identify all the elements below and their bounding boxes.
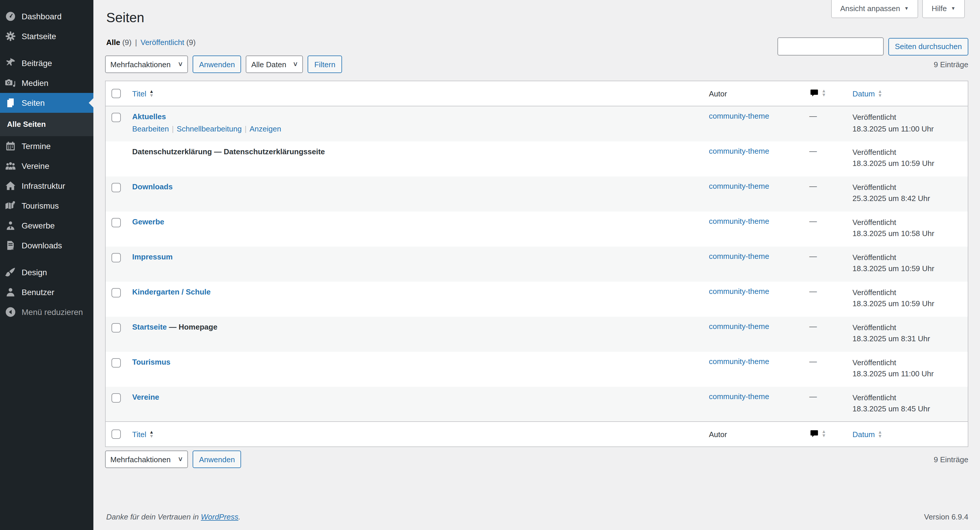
select-all-checkbox[interactable]: [111, 89, 121, 98]
sort-by-date-link[interactable]: Datum ▲▼: [853, 89, 882, 98]
sort-by-title-link[interactable]: Titel ▲▼: [132, 89, 154, 98]
publish-status: Veröffentlicht: [853, 218, 896, 227]
row-checkbox[interactable]: [111, 323, 121, 332]
filter-button[interactable]: Filtern: [308, 56, 342, 73]
page-title-link[interactable]: Kindergarten / Schule: [132, 287, 211, 296]
row-checkbox[interactable]: [111, 288, 121, 297]
sidebar-item-vereine[interactable]: Vereine: [0, 156, 93, 176]
apply-button[interactable]: Anwenden: [192, 450, 241, 468]
sidebar-item-benutzer[interactable]: Benutzer: [0, 282, 93, 302]
author-link[interactable]: community-theme: [709, 357, 769, 366]
table-row: Kindergarten / Schulecommunity-theme—Ver…: [105, 281, 968, 316]
date-filter-select[interactable]: Alle Daten: [246, 56, 303, 73]
sidebar-item-seiten[interactable]: Seiten: [0, 93, 93, 113]
apply-button[interactable]: Anwenden: [192, 56, 241, 73]
sidebar-item-downloads[interactable]: Downloads: [0, 235, 93, 255]
admin-footer: Danke für dein Vertrauen in WordPress. V…: [105, 507, 968, 530]
row-actions: Bearbeiten|Schnellbearbeitung|Anzeigen: [132, 125, 697, 133]
status-filter-veroffentlicht[interactable]: Veröffentlicht (9): [140, 38, 196, 47]
sort-by-comments-link[interactable]: ▲▼: [809, 88, 826, 97]
author-link[interactable]: community-theme: [709, 182, 769, 190]
action-separator: |: [245, 125, 247, 133]
screen-options-label: Ansicht anpassen: [840, 4, 900, 13]
table-footer: Titel ▲▼ Autor ▲▼ Datum: [105, 421, 968, 447]
select-all-checkbox[interactable]: [111, 429, 121, 439]
screen-options-tabs: Ansicht anpassen ▼ Hilfe ▼: [831, 0, 965, 18]
bulk-actions-select[interactable]: Mehrfachaktionen: [105, 56, 188, 73]
row-checkbox[interactable]: [111, 358, 121, 367]
sidebar-subitem-alle-seiten[interactable]: Alle Seiten: [0, 116, 93, 132]
sidebar-item-label: Downloads: [22, 239, 62, 251]
author-link[interactable]: community-theme: [709, 392, 769, 401]
home-icon: [5, 180, 16, 192]
row-action-bearbeiten[interactable]: Bearbeiten: [132, 125, 169, 133]
publish-date: 18.3.2025 um 10:58 Uhr: [853, 229, 934, 238]
publish-date: 18.3.2025 um 10:59 Uhr: [853, 264, 934, 273]
collapse-menu-icon: [5, 306, 16, 318]
author-cell: community-theme: [703, 351, 803, 386]
sidebar-item-tourismus[interactable]: Tourismus: [0, 196, 93, 216]
checkbox-cell: [105, 246, 126, 281]
sidebar-submenu: Alle Seiten: [0, 113, 93, 136]
page-title-link[interactable]: Vereine: [132, 393, 159, 401]
sidebar-item-termine[interactable]: Termine: [0, 136, 93, 156]
author-cell: community-theme: [703, 281, 803, 316]
table-row: Datenschutzerklärung — Datenschutzerklär…: [105, 141, 968, 176]
sort-by-comments-link[interactable]: ▲▼: [809, 429, 826, 438]
author-link[interactable]: community-theme: [709, 217, 769, 225]
wordpress-link[interactable]: WordPress: [201, 512, 239, 521]
author-column-label: Autor: [709, 89, 727, 98]
publish-date: 18.3.2025 um 10:59 Uhr: [853, 299, 934, 308]
author-cell: community-theme: [703, 246, 803, 281]
search-input[interactable]: [778, 37, 884, 56]
bulk-actions-select[interactable]: Mehrfachaktionen: [105, 450, 188, 468]
page-title-link[interactable]: Impressum: [132, 252, 173, 261]
sidebar-item-beitrage[interactable]: Beiträge: [0, 53, 93, 73]
row-checkbox[interactable]: [111, 183, 121, 192]
row-action-schnellbearbeitung[interactable]: Schnellbearbeitung: [177, 125, 242, 133]
checkbox-cell: [105, 211, 126, 246]
search-pages-button[interactable]: Seiten durchsuchen: [888, 38, 968, 55]
table-header: Titel ▲▼ Autor ▲▼ Datum: [105, 81, 968, 106]
author-link[interactable]: community-theme: [709, 146, 769, 155]
title-cell: Tourismus: [126, 351, 703, 386]
sort-arrows-icon: ▲▼: [878, 89, 883, 97]
screen-options-button[interactable]: Ansicht anpassen ▼: [831, 0, 918, 18]
sidebar-item-medien[interactable]: Medien: [0, 73, 93, 93]
page-title-link[interactable]: Startseite: [132, 322, 167, 331]
row-checkbox[interactable]: [111, 393, 121, 402]
sidebar-item-label: Benutzer: [22, 286, 54, 298]
page-title-link[interactable]: Downloads: [132, 182, 173, 191]
filter-label: Alle: [106, 38, 120, 47]
date-cell: Veröffentlicht18.3.2025 um 10:59 Uhr: [846, 246, 968, 281]
author-link[interactable]: community-theme: [709, 112, 769, 120]
page-title-link[interactable]: Gewerbe: [132, 217, 164, 226]
sidebar-item-label: Startseite: [22, 30, 56, 42]
page-title-link[interactable]: Aktuelles: [132, 112, 166, 121]
author-cell: community-theme: [703, 211, 803, 246]
tablenav-top: Mehrfachaktionen Anwenden Alle Daten Fil…: [105, 56, 968, 73]
row-checkbox[interactable]: [111, 113, 121, 122]
help-button[interactable]: Hilfe ▼: [922, 0, 965, 18]
checkbox-cell: [105, 386, 126, 421]
page-title-link[interactable]: Tourismus: [132, 357, 170, 366]
row-checkbox[interactable]: [111, 218, 121, 227]
tablenav-bottom: Mehrfachaktionen Anwenden 9 Einträge: [105, 450, 968, 468]
sidebar-item-infrastruktur[interactable]: Infrastruktur: [0, 176, 93, 196]
author-link[interactable]: community-theme: [709, 322, 769, 330]
author-link[interactable]: community-theme: [709, 287, 769, 295]
sidebar-item-design[interactable]: Design: [0, 262, 93, 282]
sidebar-item-label: Dashboard: [22, 11, 62, 22]
sort-by-title-link[interactable]: Titel ▲▼: [132, 430, 154, 439]
author-link[interactable]: community-theme: [709, 252, 769, 260]
sidebar-item-gewerbe[interactable]: Gewerbe: [0, 216, 93, 235]
title-cell: AktuellesBearbeiten|Schnellbearbeitung|A…: [126, 106, 703, 141]
row-action-anzeigen[interactable]: Anzeigen: [250, 125, 281, 133]
sort-by-date-link[interactable]: Datum ▲▼: [853, 430, 882, 439]
status-filter-alle[interactable]: Alle (9): [106, 38, 132, 47]
row-checkbox[interactable]: [111, 253, 121, 262]
sidebar-item-startseite[interactable]: Startseite: [0, 26, 93, 46]
bulk-actions-select-wrap: Mehrfachaktionen: [105, 56, 188, 73]
sidebar-item-menu-reduzieren[interactable]: Menü reduzieren: [0, 302, 93, 322]
sidebar-item-dashboard[interactable]: Dashboard: [0, 6, 93, 26]
